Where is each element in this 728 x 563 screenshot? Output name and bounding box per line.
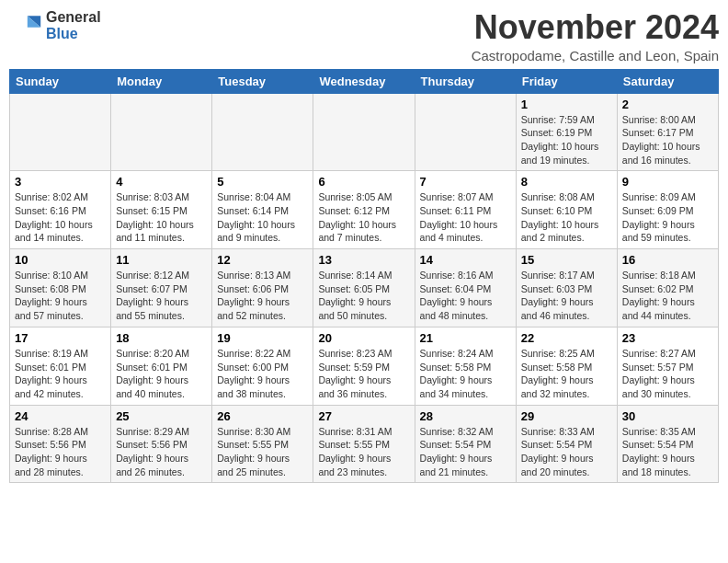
day-info: Sunrise: 8:03 AM Sunset: 6:15 PM Dayligh…: [116, 190, 207, 245]
day-number: 4: [116, 175, 207, 189]
day-info: Sunrise: 8:35 AM Sunset: 5:54 PM Dayligh…: [622, 425, 713, 479]
weekday-header-row: SundayMondayTuesdayWednesdayThursdayFrid…: [10, 69, 719, 93]
day-cell: 15Sunrise: 8:17 AM Sunset: 6:03 PM Dayli…: [516, 249, 617, 327]
day-number: 27: [318, 409, 409, 423]
day-cell: 26Sunrise: 8:30 AM Sunset: 5:55 PM Dayli…: [212, 405, 313, 483]
day-cell: 2Sunrise: 8:00 AM Sunset: 6:17 PM Daylig…: [617, 93, 718, 171]
day-cell: 7Sunrise: 8:07 AM Sunset: 6:11 PM Daylig…: [415, 171, 516, 249]
page-header: General Blue November 2024 Castropodame,…: [9, 9, 719, 63]
week-row-3: 10Sunrise: 8:10 AM Sunset: 6:08 PM Dayli…: [10, 249, 719, 327]
day-info: Sunrise: 8:23 AM Sunset: 5:59 PM Dayligh…: [318, 347, 409, 401]
day-info: Sunrise: 8:00 AM Sunset: 6:17 PM Dayligh…: [622, 113, 713, 167]
location-subtitle: Castropodame, Castille and Leon, Spain: [472, 48, 719, 63]
day-number: 30: [622, 409, 713, 423]
day-number: 23: [622, 331, 713, 345]
day-cell: 11Sunrise: 8:12 AM Sunset: 6:07 PM Dayli…: [111, 249, 212, 327]
day-info: Sunrise: 8:07 AM Sunset: 6:11 PM Dayligh…: [420, 190, 511, 245]
day-number: 17: [15, 331, 106, 345]
day-cell: 20Sunrise: 8:23 AM Sunset: 5:59 PM Dayli…: [313, 327, 415, 405]
day-info: Sunrise: 8:25 AM Sunset: 5:58 PM Dayligh…: [521, 347, 612, 401]
day-info: Sunrise: 8:30 AM Sunset: 5:55 PM Dayligh…: [217, 425, 308, 479]
day-cell: [313, 93, 415, 171]
day-info: Sunrise: 8:13 AM Sunset: 6:06 PM Dayligh…: [217, 269, 308, 323]
day-info: Sunrise: 8:18 AM Sunset: 6:02 PM Dayligh…: [622, 269, 713, 323]
day-info: Sunrise: 8:08 AM Sunset: 6:10 PM Dayligh…: [521, 190, 612, 245]
day-number: 16: [622, 253, 713, 267]
day-info: Sunrise: 8:22 AM Sunset: 6:00 PM Dayligh…: [217, 347, 308, 401]
day-number: 13: [318, 253, 409, 267]
day-info: Sunrise: 8:12 AM Sunset: 6:07 PM Dayligh…: [116, 269, 207, 323]
day-cell: 5Sunrise: 8:04 AM Sunset: 6:14 PM Daylig…: [212, 171, 313, 249]
day-cell: 27Sunrise: 8:31 AM Sunset: 5:55 PM Dayli…: [313, 405, 415, 483]
day-info: Sunrise: 8:14 AM Sunset: 6:05 PM Dayligh…: [318, 269, 409, 323]
day-info: Sunrise: 8:33 AM Sunset: 5:54 PM Dayligh…: [521, 425, 612, 479]
logo-text: General Blue: [46, 9, 101, 41]
day-cell: [10, 93, 111, 171]
weekday-header-friday: Friday: [516, 69, 617, 93]
day-info: Sunrise: 7:59 AM Sunset: 6:19 PM Dayligh…: [521, 113, 612, 167]
day-cell: 17Sunrise: 8:19 AM Sunset: 6:01 PM Dayli…: [10, 327, 111, 405]
weekday-header-sunday: Sunday: [10, 69, 111, 93]
day-info: Sunrise: 8:17 AM Sunset: 6:03 PM Dayligh…: [521, 269, 612, 323]
day-number: 5: [217, 175, 308, 189]
day-number: 18: [116, 331, 207, 345]
calendar-table: SundayMondayTuesdayWednesdayThursdayFrid…: [9, 69, 719, 484]
day-number: 6: [318, 175, 409, 189]
day-number: 9: [622, 175, 713, 189]
day-number: 11: [116, 253, 207, 267]
day-cell: 6Sunrise: 8:05 AM Sunset: 6:12 PM Daylig…: [313, 171, 415, 249]
day-cell: [111, 93, 212, 171]
month-title: November 2024: [472, 9, 719, 46]
day-number: 12: [217, 253, 308, 267]
logo-icon: [9, 9, 42, 42]
day-number: 2: [622, 98, 713, 111]
day-info: Sunrise: 8:29 AM Sunset: 5:56 PM Dayligh…: [116, 425, 207, 479]
day-cell: [415, 93, 516, 171]
day-cell: 10Sunrise: 8:10 AM Sunset: 6:08 PM Dayli…: [10, 249, 111, 327]
day-number: 26: [217, 409, 308, 423]
day-cell: 22Sunrise: 8:25 AM Sunset: 5:58 PM Dayli…: [516, 327, 617, 405]
weekday-header-thursday: Thursday: [415, 69, 516, 93]
weekday-header-saturday: Saturday: [617, 69, 718, 93]
day-info: Sunrise: 8:27 AM Sunset: 5:57 PM Dayligh…: [622, 347, 713, 401]
day-info: Sunrise: 8:10 AM Sunset: 6:08 PM Dayligh…: [15, 269, 106, 323]
day-number: 28: [420, 409, 511, 423]
day-cell: 14Sunrise: 8:16 AM Sunset: 6:04 PM Dayli…: [415, 249, 516, 327]
day-cell: 12Sunrise: 8:13 AM Sunset: 6:06 PM Dayli…: [212, 249, 313, 327]
day-info: Sunrise: 8:28 AM Sunset: 5:56 PM Dayligh…: [15, 425, 106, 479]
week-row-4: 17Sunrise: 8:19 AM Sunset: 6:01 PM Dayli…: [10, 327, 719, 405]
day-info: Sunrise: 8:20 AM Sunset: 6:01 PM Dayligh…: [116, 347, 207, 401]
day-info: Sunrise: 8:05 AM Sunset: 6:12 PM Dayligh…: [318, 190, 409, 245]
day-info: Sunrise: 8:31 AM Sunset: 5:55 PM Dayligh…: [318, 425, 409, 479]
week-row-2: 3Sunrise: 8:02 AM Sunset: 6:16 PM Daylig…: [10, 171, 719, 249]
title-block: November 2024 Castropodame, Castille and…: [472, 9, 719, 63]
day-info: Sunrise: 8:32 AM Sunset: 5:54 PM Dayligh…: [420, 425, 511, 479]
day-number: 21: [420, 331, 511, 345]
day-cell: 24Sunrise: 8:28 AM Sunset: 5:56 PM Dayli…: [10, 405, 111, 483]
day-cell: 8Sunrise: 8:08 AM Sunset: 6:10 PM Daylig…: [516, 171, 617, 249]
week-row-5: 24Sunrise: 8:28 AM Sunset: 5:56 PM Dayli…: [10, 405, 719, 483]
day-cell: 29Sunrise: 8:33 AM Sunset: 5:54 PM Dayli…: [516, 405, 617, 483]
day-number: 22: [521, 331, 612, 345]
day-cell: 23Sunrise: 8:27 AM Sunset: 5:57 PM Dayli…: [617, 327, 718, 405]
day-cell: 1Sunrise: 7:59 AM Sunset: 6:19 PM Daylig…: [516, 93, 617, 171]
day-cell: 28Sunrise: 8:32 AM Sunset: 5:54 PM Dayli…: [415, 405, 516, 483]
day-info: Sunrise: 8:09 AM Sunset: 6:09 PM Dayligh…: [622, 190, 713, 245]
day-cell: [212, 93, 313, 171]
weekday-header-tuesday: Tuesday: [212, 69, 313, 93]
day-cell: 3Sunrise: 8:02 AM Sunset: 6:16 PM Daylig…: [10, 171, 111, 249]
day-cell: 16Sunrise: 8:18 AM Sunset: 6:02 PM Dayli…: [617, 249, 718, 327]
day-info: Sunrise: 8:04 AM Sunset: 6:14 PM Dayligh…: [217, 190, 308, 245]
weekday-header-monday: Monday: [111, 69, 212, 93]
day-cell: 18Sunrise: 8:20 AM Sunset: 6:01 PM Dayli…: [111, 327, 212, 405]
day-cell: 4Sunrise: 8:03 AM Sunset: 6:15 PM Daylig…: [111, 171, 212, 249]
day-number: 24: [15, 409, 106, 423]
day-info: Sunrise: 8:19 AM Sunset: 6:01 PM Dayligh…: [15, 347, 106, 401]
day-cell: 25Sunrise: 8:29 AM Sunset: 5:56 PM Dayli…: [111, 405, 212, 483]
day-cell: 13Sunrise: 8:14 AM Sunset: 6:05 PM Dayli…: [313, 249, 415, 327]
day-number: 19: [217, 331, 308, 345]
weekday-header-wednesday: Wednesday: [313, 69, 415, 93]
day-number: 25: [116, 409, 207, 423]
day-cell: 9Sunrise: 8:09 AM Sunset: 6:09 PM Daylig…: [617, 171, 718, 249]
day-number: 15: [521, 253, 612, 267]
